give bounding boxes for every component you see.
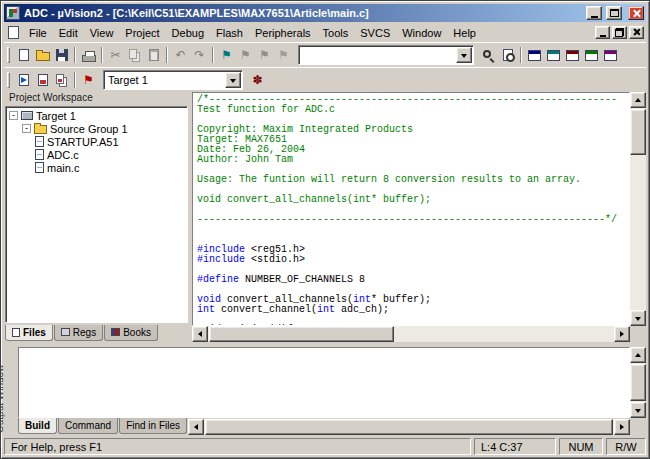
code-line-14[interactable] bbox=[197, 225, 629, 235]
output-vertical-scroll-thumb[interactable] bbox=[630, 364, 646, 401]
toggle-bookmark-button[interactable]: ⚑ bbox=[217, 45, 236, 65]
tree-item-startup-a51[interactable]: STARTUP.A51 bbox=[6, 135, 187, 148]
code-editor[interactable]: /*--------------------------------------… bbox=[192, 92, 630, 326]
editor-horizontal-scroll-thumb[interactable] bbox=[209, 326, 394, 342]
maximize-button[interactable] bbox=[606, 6, 622, 20]
scroll-up-button[interactable] bbox=[630, 92, 646, 108]
code-line-7[interactable]: Author: John Tam bbox=[197, 155, 629, 165]
print-icon bbox=[82, 55, 96, 62]
output-horizontal-scroll-thumb[interactable] bbox=[205, 419, 613, 435]
editor-vertical-scroll-thumb[interactable] bbox=[630, 109, 646, 155]
menu-peripherals[interactable]: Peripherals bbox=[249, 25, 317, 41]
output-horizontal-scrollbar[interactable] bbox=[188, 419, 630, 435]
build-icon-group: ⚑ bbox=[14, 70, 98, 90]
tree-item-main-c[interactable]: main.c bbox=[6, 161, 187, 174]
source-browser-button[interactable] bbox=[563, 45, 582, 65]
tree-item-adc-c[interactable]: ADC.c bbox=[6, 148, 187, 161]
scroll-right-button[interactable] bbox=[614, 326, 630, 342]
scroll-down-button[interactable] bbox=[630, 310, 646, 326]
find-in-files-icon bbox=[503, 49, 513, 61]
select-target-flag-button[interactable]: ⚑ bbox=[79, 70, 98, 90]
print-button[interactable] bbox=[79, 45, 98, 65]
output-window-button[interactable] bbox=[544, 45, 563, 65]
next-bookmark-icon: ⚑ bbox=[259, 49, 270, 61]
tree-item-target-1[interactable]: -Target 1 bbox=[6, 109, 187, 122]
output-tab-build[interactable]: Build bbox=[18, 418, 57, 434]
scroll-left-button[interactable] bbox=[192, 326, 208, 342]
menu-help[interactable]: Help bbox=[447, 25, 482, 41]
build-output-area[interactable] bbox=[18, 347, 630, 418]
menu-window[interactable]: Window bbox=[396, 25, 447, 41]
code-line-11[interactable]: void convert_all_channels(int* buffer); bbox=[197, 195, 629, 205]
tree-expander[interactable]: - bbox=[9, 111, 18, 120]
menu-svcs[interactable]: SVCS bbox=[354, 25, 396, 41]
editor-vertical-scrollbar[interactable] bbox=[630, 92, 646, 326]
toolbar-separator bbox=[74, 47, 76, 63]
editor-horizontal-scrollbar[interactable] bbox=[192, 326, 630, 342]
translate-file-button[interactable] bbox=[14, 70, 33, 90]
project-workspace-caption[interactable]: Project Workspace bbox=[5, 92, 188, 105]
build-target-button[interactable] bbox=[33, 70, 52, 90]
workspace-tab-regs[interactable]: Regs bbox=[54, 325, 103, 341]
code-line-19[interactable]: #define NUMBER_OF_CHANNELS 8 bbox=[197, 275, 629, 285]
configure-button[interactable] bbox=[601, 45, 620, 65]
close-button[interactable] bbox=[628, 6, 644, 20]
find-in-files-button[interactable] bbox=[498, 45, 517, 65]
scroll-up-button[interactable] bbox=[630, 347, 646, 363]
redo-icon: ↷ bbox=[194, 49, 204, 61]
code-line-9[interactable]: Usage: The funtion will return 8 convers… bbox=[197, 175, 629, 185]
mdi-close-button[interactable] bbox=[629, 26, 644, 39]
target-combobox-dropdown-button[interactable] bbox=[225, 72, 241, 88]
status-num-lock: NUM bbox=[559, 438, 603, 455]
title-bar[interactable]: ADC - µVision2 - [C:\Keil\C51\EXAMPLES\M… bbox=[4, 4, 646, 22]
project-tree[interactable]: -Target 1-Source Group 1STARTUP.A51ADC.c… bbox=[5, 106, 188, 323]
code-line-2[interactable]: Test function for ADC.c bbox=[197, 105, 629, 115]
cut-icon: ✂ bbox=[110, 49, 120, 61]
build-target-icon bbox=[38, 74, 48, 86]
menu-debug[interactable]: Debug bbox=[166, 25, 210, 41]
output-vertical-scrollbar[interactable] bbox=[630, 347, 646, 418]
options-for-target-button[interactable]: ✽ bbox=[248, 70, 267, 90]
menu-view[interactable]: View bbox=[84, 25, 120, 41]
menu-edit[interactable]: Edit bbox=[53, 25, 84, 41]
menu-file[interactable]: File bbox=[23, 25, 53, 41]
tab-label: Books bbox=[123, 327, 151, 338]
new-file-button[interactable] bbox=[14, 45, 33, 65]
menu-flash[interactable]: Flash bbox=[210, 25, 249, 41]
project-window-button[interactable] bbox=[525, 45, 544, 65]
find-text-combobox[interactable] bbox=[298, 45, 474, 65]
select-target-combobox[interactable]: Target 1 bbox=[103, 70, 243, 90]
output-tab-find-in-files[interactable]: Find in Files bbox=[119, 418, 187, 434]
minimize-button[interactable] bbox=[586, 6, 602, 20]
document-icon[interactable] bbox=[8, 26, 19, 39]
file-c-icon bbox=[35, 162, 44, 173]
tree-item-source-group-1[interactable]: -Source Group 1 bbox=[6, 122, 187, 135]
mdi-restore-button[interactable] bbox=[612, 26, 627, 39]
mdi-minimize-button[interactable] bbox=[595, 26, 610, 39]
output-tab-command[interactable]: Command bbox=[58, 418, 118, 434]
toolbar-grip[interactable] bbox=[7, 47, 10, 63]
configure-icon bbox=[604, 50, 617, 61]
code-line-17[interactable]: #include <stdio.h> bbox=[197, 255, 629, 265]
scroll-right-button[interactable] bbox=[614, 419, 630, 435]
open-file-button[interactable] bbox=[33, 45, 52, 65]
scroll-left-button[interactable] bbox=[188, 419, 204, 435]
chevron-down-icon bbox=[230, 79, 236, 86]
workspace-tab-files[interactable]: Files bbox=[5, 325, 53, 341]
code-line-13[interactable]: ----------------------------------------… bbox=[197, 215, 629, 225]
code-line-22[interactable]: int convert_channel(int adc_ch); bbox=[197, 305, 629, 315]
symbols-window-button[interactable] bbox=[582, 45, 601, 65]
tree-expander[interactable]: - bbox=[22, 124, 31, 133]
save-file-button[interactable] bbox=[52, 45, 71, 65]
rebuild-all-target-files-button[interactable] bbox=[52, 70, 71, 90]
toolbar-grip[interactable] bbox=[7, 72, 10, 88]
scroll-down-button[interactable] bbox=[630, 402, 646, 418]
find-button[interactable] bbox=[479, 45, 498, 65]
find-combobox-dropdown-button[interactable] bbox=[456, 47, 472, 63]
project-window-icon bbox=[528, 50, 541, 61]
tab-label: Command bbox=[65, 420, 111, 431]
menu-tools[interactable]: Tools bbox=[317, 25, 355, 41]
clear-all-bookmarks-button: ⚑ bbox=[274, 45, 293, 65]
workspace-tab-books[interactable]: Books bbox=[104, 325, 158, 341]
menu-project[interactable]: Project bbox=[119, 25, 165, 41]
